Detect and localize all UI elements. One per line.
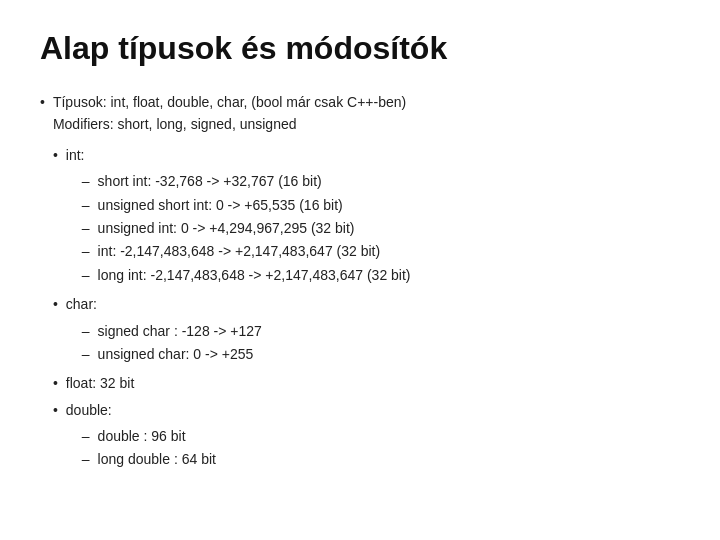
- dash-char-1: –: [82, 343, 90, 365]
- char-item-0: – signed char : -128 -> +127: [82, 320, 262, 342]
- double-item-1-text: long double : 64 bit: [98, 448, 216, 470]
- bullet-types-text: Típusok: int, float, double, char, (bool…: [53, 91, 680, 474]
- bullet-dot-double: •: [53, 399, 58, 421]
- char-label: char:: [66, 296, 97, 312]
- int-item-3: – int: -2,147,483,648 -> +2,147,483,647 …: [82, 240, 411, 262]
- bullet-dot-1: •: [40, 91, 45, 113]
- sub-bullet-char-content: char: – signed char : -128 -> +127 – uns…: [66, 293, 262, 366]
- char-list: – signed char : -128 -> +127 – unsigned …: [82, 320, 262, 366]
- int-item-0: – short int: -32,768 -> +32,767 (16 bit): [82, 170, 411, 192]
- sub-bullet-char: • char: – signed char : -128 -> +127 – u…: [53, 293, 680, 366]
- double-item-1: – long double : 64 bit: [82, 448, 216, 470]
- double-list: – double : 96 bit – long double : 64 bit: [82, 425, 216, 471]
- dash-2: –: [82, 217, 90, 239]
- dash-char-0: –: [82, 320, 90, 342]
- int-item-1-text: unsigned short int: 0 -> +65,535 (16 bit…: [98, 194, 343, 216]
- bullet-dot-char: •: [53, 293, 58, 315]
- bullet-types-line1: Típusok: int, float, double, char, (bool…: [53, 91, 680, 113]
- page-title: Alap típusok és módosítók: [40, 30, 680, 67]
- char-item-0-text: signed char : -128 -> +127: [98, 320, 262, 342]
- dash-3: –: [82, 240, 90, 262]
- char-item-1: – unsigned char: 0 -> +255: [82, 343, 262, 365]
- int-item-4: – long int: -2,147,483,648 -> +2,147,483…: [82, 264, 411, 286]
- int-item-0-text: short int: -32,768 -> +32,767 (16 bit): [98, 170, 322, 192]
- dash-double-1: –: [82, 448, 90, 470]
- int-item-1: – unsigned short int: 0 -> +65,535 (16 b…: [82, 194, 411, 216]
- double-item-0: – double : 96 bit: [82, 425, 216, 447]
- sub-bullet-int-content: int: – short int: -32,768 -> +32,767 (16…: [66, 144, 411, 287]
- double-label: double:: [66, 402, 112, 418]
- int-item-4-text: long int: -2,147,483,648 -> +2,147,483,6…: [98, 264, 411, 286]
- dash-0: –: [82, 170, 90, 192]
- content-area: • Típusok: int, float, double, char, (bo…: [40, 91, 680, 474]
- dash-double-0: –: [82, 425, 90, 447]
- double-item-0-text: double : 96 bit: [98, 425, 186, 447]
- dash-4: –: [82, 264, 90, 286]
- bullet-types: • Típusok: int, float, double, char, (bo…: [40, 91, 680, 474]
- bullet-dot-float: •: [53, 372, 58, 394]
- int-item-2-text: unsigned int: 0 -> +4,294,967,295 (32 bi…: [98, 217, 355, 239]
- int-list: – short int: -32,768 -> +32,767 (16 bit)…: [82, 170, 411, 286]
- sub-bullet-double: • double: – double : 96 bit – long doubl…: [53, 399, 680, 472]
- sub-bullet-float: • float: 32 bit: [53, 372, 680, 394]
- char-item-1-text: unsigned char: 0 -> +255: [98, 343, 254, 365]
- sub-bullet-int: • int: – short int: -32,768 -> +32,767 (…: [53, 144, 680, 287]
- int-label: int:: [66, 147, 85, 163]
- bullet-dot-int: •: [53, 144, 58, 166]
- sub-bullet-double-content: double: – double : 96 bit – long double …: [66, 399, 216, 472]
- bullet-types-line2: Modifiers: short, long, signed, unsigned: [53, 113, 680, 135]
- int-item-2: – unsigned int: 0 -> +4,294,967,295 (32 …: [82, 217, 411, 239]
- dash-1: –: [82, 194, 90, 216]
- int-item-3-text: int: -2,147,483,648 -> +2,147,483,647 (3…: [98, 240, 381, 262]
- float-label: float: 32 bit: [66, 372, 135, 394]
